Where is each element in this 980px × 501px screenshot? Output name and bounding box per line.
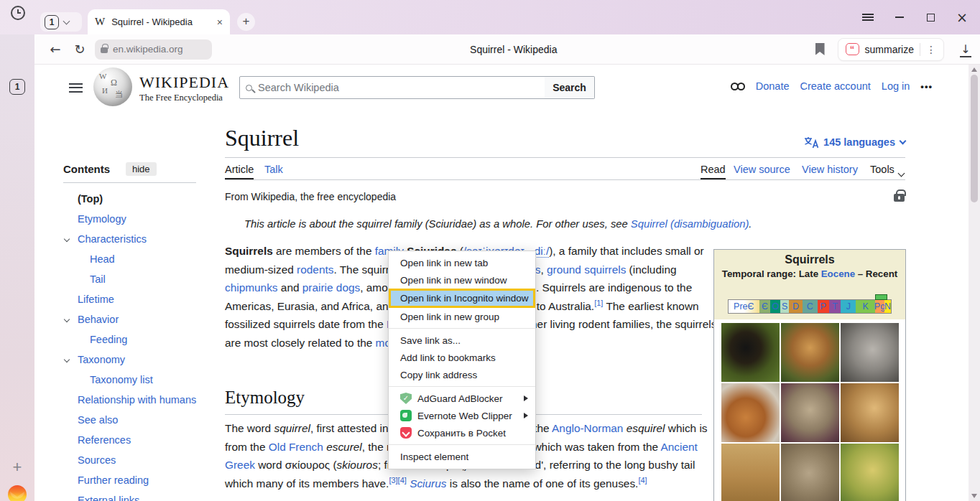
- tab-counter-badge[interactable]: 1: [9, 79, 25, 95]
- menu-item-adguard[interactable]: ✓ AdGuard AdBlocker: [389, 390, 535, 407]
- tab-talk[interactable]: Talk: [264, 164, 283, 175]
- tab-tools[interactable]: Tools: [870, 164, 895, 175]
- page-scrollbar[interactable]: [969, 65, 980, 501]
- menu-item-inspect[interactable]: Inspect element: [389, 448, 535, 465]
- tab-read[interactable]: Read: [701, 164, 726, 179]
- photo-fox-squirrel[interactable]: [721, 383, 780, 442]
- menu-item-add-bookmarks[interactable]: Add link to bookmarks: [389, 349, 535, 366]
- search-input[interactable]: Search Wikipedia: [239, 76, 545, 99]
- minimize-button[interactable]: [890, 8, 909, 27]
- summarize-menu-icon[interactable]: ⋮: [926, 44, 936, 55]
- toc-item-feeding[interactable]: Feeding: [63, 329, 225, 350]
- text-link[interactable]: chipmunks: [225, 281, 278, 294]
- text-link[interactable]: [3][4]: [389, 476, 406, 484]
- photo-grey-squirrel[interactable]: [841, 323, 899, 382]
- chevron-down-icon[interactable]: [64, 317, 70, 322]
- languages-button[interactable]: 145 languages: [804, 136, 905, 148]
- toc-item-relationship-with-humans[interactable]: Relationship with humans: [63, 390, 225, 410]
- photo-rock-squirrel[interactable]: [841, 383, 899, 442]
- toc-item-taxonomy[interactable]: Taxonomy: [63, 350, 225, 370]
- tab-view-source[interactable]: View source: [734, 164, 790, 175]
- toc-item-references[interactable]: References: [63, 430, 225, 450]
- text-link[interactable]: Old French: [269, 441, 323, 453]
- timeline-segment-N[interactable]: N: [884, 300, 891, 313]
- sidebar-add-icon[interactable]: +: [9, 459, 26, 477]
- chevron-down-icon[interactable]: [64, 357, 70, 362]
- tab-article[interactable]: Article: [225, 164, 254, 179]
- yandex-mail-icon[interactable]: [8, 485, 27, 501]
- menu-item-open-incognito[interactable]: Open link in Incognito window: [389, 289, 535, 308]
- text-link[interactable]: Sciurus: [410, 477, 446, 490]
- user-menu-icon[interactable]: •••: [920, 81, 933, 92]
- scroll-up-arrow[interactable]: [971, 67, 977, 72]
- menu-item-open-new-group[interactable]: Open link in new group: [389, 308, 535, 325]
- photo-ground-squirrel[interactable]: [781, 383, 839, 442]
- scroll-down-arrow[interactable]: [971, 494, 977, 498]
- log-in-link[interactable]: Log in: [882, 80, 910, 92]
- timeline-segment-O[interactable]: O: [770, 300, 780, 313]
- timeline-segment-S[interactable]: S: [780, 300, 789, 313]
- toc-item-lifetime[interactable]: Lifetime: [63, 289, 225, 309]
- text-link[interactable]: Anglo-Norman: [552, 422, 623, 434]
- toc-item-external-links[interactable]: External links: [63, 490, 225, 501]
- menu-item-save-link-as[interactable]: Save link as...: [389, 332, 535, 349]
- close-window-button[interactable]: ×: [953, 8, 971, 27]
- wikipedia-wordmark[interactable]: WIKIPEDIA The Free Encyclopedia: [139, 73, 229, 103]
- create-account-link[interactable]: Create account: [800, 80, 870, 92]
- text-link[interactable]: prairie dogs: [302, 281, 360, 294]
- browser-menu-button[interactable]: [859, 8, 877, 27]
- donate-link[interactable]: Donate: [756, 80, 790, 92]
- toc-item-etymology[interactable]: Etymology: [63, 209, 225, 229]
- timeline-segment-K[interactable]: K: [856, 300, 875, 313]
- maximize-button[interactable]: [921, 8, 940, 27]
- reload-button[interactable]: ↻: [68, 42, 92, 57]
- toc-item-characteristics[interactable]: Characteristics: [63, 229, 225, 249]
- bookmark-icon[interactable]: [815, 43, 825, 55]
- back-button[interactable]: ←: [43, 42, 68, 57]
- tab-view-history[interactable]: View history: [802, 164, 858, 175]
- tab-group-switcher[interactable]: 1: [40, 12, 82, 32]
- timeline-segment-D[interactable]: D: [789, 300, 803, 313]
- text-link[interactable]: Eocene: [821, 268, 855, 279]
- toc-hide-button[interactable]: hide: [126, 162, 157, 176]
- photo-marmots[interactable]: [781, 444, 839, 501]
- photo-chipmunk[interactable]: [781, 323, 839, 382]
- toc-item-head[interactable]: Head: [63, 249, 225, 269]
- menu-item-open-new-window[interactable]: Open link in new window: [389, 271, 535, 289]
- toc-item-taxonomy-list[interactable]: Taxonomy list: [63, 370, 225, 390]
- timeline-segment-P[interactable]: P: [818, 300, 829, 313]
- chevron-down-icon[interactable]: [64, 236, 70, 242]
- timeline-segment-J[interactable]: J: [841, 300, 856, 313]
- text-link[interactable]: [4]: [638, 476, 647, 484]
- timeline-segment-PreЄ[interactable]: PreЄ: [729, 300, 759, 313]
- timeline-segment-T[interactable]: T: [829, 300, 841, 313]
- summarize-button[interactable]: “ summarize ⋮: [838, 38, 944, 61]
- appearance-icon[interactable]: [731, 83, 745, 90]
- menu-item-pocket[interactable]: Сохранить в Pocket: [389, 424, 535, 441]
- new-tab-button[interactable]: +: [237, 13, 255, 31]
- browser-tab[interactable]: W Squirrel - Wikipedia ×: [88, 9, 230, 34]
- toc-item-tail[interactable]: Tail: [63, 269, 225, 289]
- scrollbar-thumb[interactable]: [971, 75, 978, 202]
- photo-black-giant-squirrel[interactable]: [721, 323, 780, 382]
- text-link[interactable]: rodents: [297, 263, 333, 276]
- toc-item-see-also[interactable]: See also: [63, 410, 225, 430]
- search-button[interactable]: Search: [545, 76, 595, 99]
- close-tab-icon[interactable]: ×: [217, 17, 223, 28]
- menu-item-evernote[interactable]: Evernote Web Clipper: [389, 407, 535, 424]
- photo-prairie-dogs[interactable]: [841, 444, 899, 501]
- history-icon[interactable]: [11, 6, 25, 20]
- wiki-menu-icon[interactable]: [69, 83, 83, 93]
- toc-item-further-reading[interactable]: Further reading: [63, 470, 225, 490]
- toc-item-top[interactable]: (Top): [63, 189, 225, 209]
- text-link[interactable]: [1]: [594, 299, 603, 307]
- photo-cape-ground-squirrels[interactable]: [721, 444, 780, 501]
- text-link[interactable]: Squirrel (disambiguation): [631, 218, 749, 230]
- text-link[interactable]: ground squirrels: [547, 263, 626, 276]
- timeline-segment-C[interactable]: C: [803, 300, 818, 313]
- menu-item-open-new-tab[interactable]: Open link in new tab: [389, 254, 535, 271]
- wikipedia-logo[interactable]: WΩ И当: [93, 67, 132, 106]
- timeline-segment-Pg[interactable]: Pg: [875, 300, 884, 313]
- downloads-button[interactable]: ↓: [951, 42, 980, 56]
- timeline-segment-Є[interactable]: Є: [759, 300, 771, 313]
